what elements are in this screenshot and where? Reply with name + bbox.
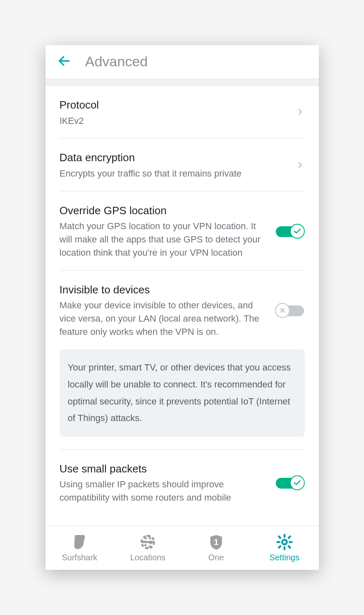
setting-title: Data encryption bbox=[60, 151, 289, 165]
chevron-right-icon bbox=[296, 105, 305, 121]
page-title: Advanced bbox=[85, 53, 148, 70]
globe-icon bbox=[140, 534, 156, 550]
close-icon bbox=[275, 303, 290, 318]
nav-locations[interactable]: Locations bbox=[114, 526, 182, 570]
setting-invisible-info-wrap: Your printer, smart TV, or other devices… bbox=[60, 349, 305, 450]
section-gap bbox=[46, 79, 319, 86]
settings-list: Protocol IKEv2 Data encryption Encrypts … bbox=[46, 86, 319, 526]
nav-label: Settings bbox=[270, 553, 299, 562]
setting-title: Invisible to devices bbox=[60, 283, 268, 297]
svg-text:1: 1 bbox=[214, 538, 218, 547]
chevron-right-icon bbox=[296, 158, 305, 174]
toggle-small-packets[interactable] bbox=[275, 475, 305, 491]
setting-data-encryption[interactable]: Data encryption Encrypts your traffic so… bbox=[60, 138, 305, 191]
nav-label: Surfshark bbox=[62, 553, 97, 562]
svg-point-7 bbox=[282, 540, 287, 544]
app-screen: Advanced Protocol IKEv2 Data encryption … bbox=[46, 45, 319, 570]
setting-desc: Match your GPS location to your VPN loca… bbox=[60, 220, 268, 259]
bottom-nav: Surfshark Locations 1 One Settings bbox=[46, 526, 319, 570]
info-box: Your printer, smart TV, or other devices… bbox=[60, 349, 305, 437]
back-arrow-icon[interactable] bbox=[57, 54, 71, 70]
gear-icon bbox=[276, 534, 293, 550]
setting-title: Override GPS location bbox=[60, 204, 268, 218]
setting-desc: Encrypts your traffic so that it remains… bbox=[60, 167, 289, 180]
nav-label: Locations bbox=[130, 553, 166, 562]
setting-desc: Make your device invisible to other devi… bbox=[60, 299, 268, 339]
nav-surfshark[interactable]: Surfshark bbox=[46, 526, 114, 570]
setting-desc: Using smaller IP packets should improve … bbox=[60, 478, 268, 504]
surfshark-icon bbox=[72, 534, 87, 550]
setting-invisible: Invisible to devices Make your device in… bbox=[60, 271, 305, 343]
app-bar: Advanced bbox=[46, 45, 319, 79]
toggle-invisible[interactable] bbox=[275, 303, 305, 319]
setting-small-packets: Use small packets Using smaller IP packe… bbox=[60, 450, 305, 515]
setting-title: Use small packets bbox=[60, 462, 268, 476]
shield-one-icon: 1 bbox=[209, 534, 223, 550]
toggle-override-gps[interactable] bbox=[275, 224, 305, 240]
setting-protocol[interactable]: Protocol IKEv2 bbox=[60, 86, 305, 138]
setting-override-gps: Override GPS location Match your GPS loc… bbox=[60, 191, 305, 271]
check-icon bbox=[290, 475, 305, 490]
check-icon bbox=[290, 224, 305, 239]
setting-title: Protocol bbox=[60, 98, 289, 112]
nav-label: One bbox=[208, 553, 224, 562]
setting-value: IKEv2 bbox=[60, 114, 289, 128]
nav-settings[interactable]: Settings bbox=[251, 526, 319, 570]
nav-one[interactable]: 1 One bbox=[182, 526, 251, 570]
